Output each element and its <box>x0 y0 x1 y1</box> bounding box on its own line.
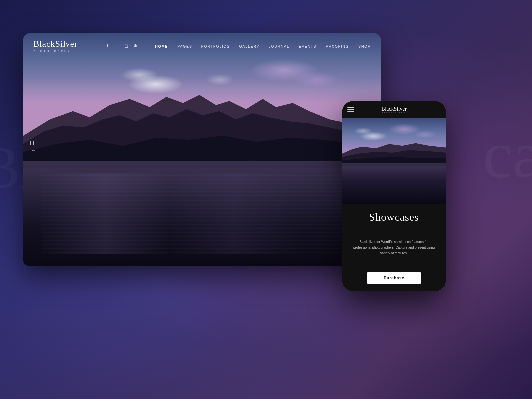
mobile-mockup: BlackSilver PHOTOGRAPHY Showcases Black <box>342 101 446 291</box>
slide-controls: ← → <box>30 140 39 159</box>
nav-item-pages[interactable]: PAGES <box>177 43 192 49</box>
nav-item-journal[interactable]: JOURNAL <box>269 43 289 49</box>
mobile-content: Showcases Blacksilver for WordPress with… <box>342 204 446 291</box>
facebook-icon[interactable]: f <box>105 43 110 49</box>
twitter-icon[interactable]: t <box>114 43 120 49</box>
desktop-mockup: BlackSilver PHOTOGRAPHY f t ◻ ✱ HOME PAG… <box>23 33 381 266</box>
mobile-mountains <box>342 140 446 166</box>
nav-item-proofing[interactable]: PROOFING <box>326 43 349 49</box>
mobile-logo-part1: Black <box>381 106 394 112</box>
water-shimmer <box>41 173 363 254</box>
behance-icon[interactable]: ✱ <box>133 43 138 49</box>
nav-item-portfolios[interactable]: PORTFOLIOS <box>201 43 230 49</box>
pause-bar-1 <box>30 141 31 145</box>
mobile-logo-part2: Silver <box>394 106 407 112</box>
mobile-water <box>342 163 446 204</box>
desktop-inner: BlackSilver PHOTOGRAPHY f t ◻ ✱ HOME PAG… <box>23 33 381 266</box>
mobile-nav: BlackSilver PHOTOGRAPHY <box>342 101 446 118</box>
pause-bar-2 <box>33 141 34 145</box>
logo-part2: Silver <box>55 39 78 49</box>
mountain-scene <box>23 33 381 266</box>
next-arrow[interactable]: → <box>30 155 37 159</box>
desktop-social: f t ◻ ✱ <box>105 43 138 49</box>
mobile-description: Blacksilver for WordPress with rich feat… <box>349 239 439 256</box>
desktop-nav: BlackSilver PHOTOGRAPHY f t ◻ ✱ HOME PAG… <box>23 33 381 58</box>
purchase-button[interactable]: Purchase <box>367 272 421 284</box>
desktop-nav-right: f t ◻ ✱ HOME PAGES PORTFOLIOS GALLERY JO… <box>105 43 371 49</box>
nav-item-gallery[interactable]: GALLERY <box>239 43 259 49</box>
pause-button[interactable] <box>30 140 39 146</box>
nav-item-events[interactable]: EVENTS <box>299 43 316 49</box>
hamburger-line-2 <box>347 109 354 110</box>
hamburger-menu[interactable] <box>347 107 354 112</box>
desktop-logo-text: BlackSilver <box>33 39 78 49</box>
logo-part1: Black <box>33 39 55 49</box>
desktop-logo: BlackSilver PHOTOGRAPHY <box>33 39 78 53</box>
desktop-logo-sub: PHOTOGRAPHY <box>33 50 78 53</box>
instagram-icon[interactable]: ◻ <box>124 43 129 49</box>
mountains <box>23 87 381 168</box>
mobile-logo-sub: PHOTOGRAPHY <box>382 112 406 114</box>
mobile-section-title: Showcases <box>369 211 419 223</box>
hamburger-line-1 <box>347 107 354 108</box>
desktop-menu: HOME PAGES PORTFOLIOS GALLERY JOURNAL EV… <box>155 43 371 49</box>
nav-item-shop[interactable]: SHOP <box>358 43 371 49</box>
hamburger-line-3 <box>347 111 354 112</box>
mobile-inner: BlackSilver PHOTOGRAPHY Showcases Black <box>342 101 446 291</box>
bg-text-right: ca <box>483 116 532 193</box>
mobile-logo: BlackSilver PHOTOGRAPHY <box>381 106 407 114</box>
prev-arrow[interactable]: ← <box>30 148 37 152</box>
nav-item-home[interactable]: HOME <box>155 43 168 49</box>
mobile-hero <box>342 118 446 204</box>
mobile-logo-text: BlackSilver <box>381 106 407 112</box>
